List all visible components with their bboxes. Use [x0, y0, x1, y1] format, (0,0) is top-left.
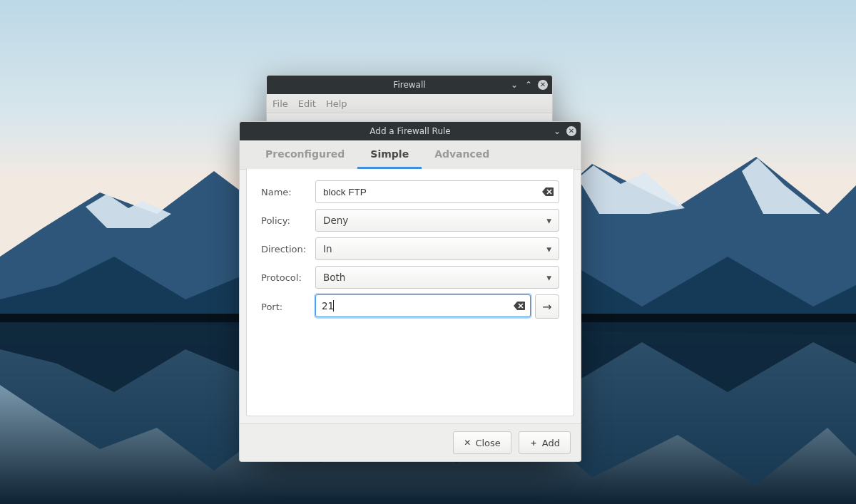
close-icon[interactable]: ✕	[538, 80, 548, 90]
name-input-field[interactable]	[322, 186, 541, 198]
port-label: Port:	[261, 302, 315, 312]
direction-value: In	[323, 243, 332, 254]
port-input[interactable]: 21	[315, 294, 531, 317]
direction-select[interactable]: In ▾	[315, 237, 559, 260]
add-button[interactable]: ＋ Add	[519, 431, 571, 454]
firewall-window-title: Firewall	[393, 80, 425, 90]
menu-file[interactable]: File	[272, 98, 288, 109]
menubar: File Edit Help	[267, 94, 552, 113]
chevron-down-icon: ▾	[546, 243, 551, 254]
form-panel: Name: Policy: Deny ▾ Direction: I	[246, 169, 574, 416]
policy-label: Policy:	[261, 215, 315, 226]
menu-help[interactable]: Help	[326, 98, 347, 109]
chevron-down-icon: ▾	[546, 215, 551, 226]
add-rule-dialog: Add a Firewall Rule ⌄ ✕ Preconfigured Si…	[239, 121, 581, 462]
minimize-icon[interactable]: ⌄	[509, 80, 519, 90]
port-value: 21	[322, 300, 334, 312]
close-button[interactable]: ✕ Close	[453, 431, 511, 454]
protocol-select[interactable]: Both ▾	[315, 266, 559, 289]
protocol-value: Both	[323, 272, 345, 283]
close-icon: ✕	[464, 438, 471, 448]
dialog-title: Add a Firewall Rule	[370, 126, 450, 136]
close-button-label: Close	[475, 438, 500, 448]
maximize-icon[interactable]: ⌃	[524, 80, 534, 90]
backspace-icon[interactable]	[541, 185, 554, 198]
name-label: Name:	[261, 187, 315, 197]
name-input[interactable]	[315, 180, 559, 203]
policy-select[interactable]: Deny ▾	[315, 209, 559, 232]
text-cursor	[333, 300, 334, 312]
chevron-down-icon: ▾	[546, 272, 551, 283]
arrow-right-icon: →	[542, 300, 551, 314]
add-button-label: Add	[542, 438, 560, 448]
tab-bar: Preconfigured Simple Advanced	[240, 140, 581, 170]
plus-icon: ＋	[529, 437, 538, 449]
tab-preconfigured[interactable]: Preconfigured	[253, 141, 357, 169]
protocol-label: Protocol:	[261, 272, 315, 283]
tab-simple[interactable]: Simple	[357, 141, 422, 169]
minimize-icon[interactable]: ⌄	[552, 126, 562, 136]
policy-value: Deny	[323, 215, 348, 226]
firewall-titlebar[interactable]: Firewall ⌄ ⌃ ✕	[267, 76, 552, 94]
dialog-footer: ✕ Close ＋ Add	[240, 423, 581, 461]
close-icon[interactable]: ✕	[566, 126, 576, 136]
tab-advanced[interactable]: Advanced	[422, 141, 502, 169]
port-lookup-button[interactable]: →	[535, 294, 559, 319]
backspace-icon[interactable]	[513, 299, 526, 312]
dialog-titlebar[interactable]: Add a Firewall Rule ⌄ ✕	[240, 122, 581, 140]
direction-label: Direction:	[261, 244, 315, 254]
menu-edit[interactable]: Edit	[298, 98, 316, 109]
